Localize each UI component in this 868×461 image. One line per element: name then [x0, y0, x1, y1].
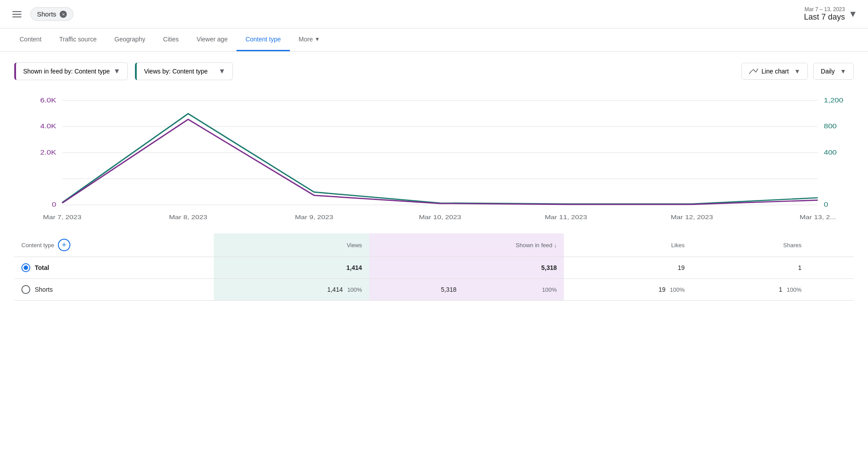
col-header-views: Views	[214, 233, 369, 257]
svg-text:0: 0	[824, 201, 828, 208]
date-dropdown-arrow[interactable]: ▼	[848, 9, 857, 19]
total-shown: 5,318	[369, 257, 564, 279]
add-column-button[interactable]: +	[58, 239, 70, 251]
svg-text:Mar 11, 2023: Mar 11, 2023	[545, 214, 587, 220]
table-row-shorts: Shorts 1,414 100% 5,318 100% 19 100%	[14, 279, 854, 301]
svg-text:0: 0	[52, 201, 57, 208]
chart-svg: 6.0K 4.0K 2.0K 0 1,200 800 400 0 Mar 7, …	[14, 91, 854, 233]
total-row-label: Total	[21, 263, 207, 272]
table-row-total: Total 1,414 5,318 19 1	[14, 257, 854, 279]
more-chevron-icon: ▼	[314, 36, 320, 42]
total-text: Total	[35, 264, 49, 271]
filter-chip[interactable]: Shorts ×	[30, 7, 73, 21]
svg-text:2.0K: 2.0K	[40, 149, 57, 156]
frequency-dropdown[interactable]: Daily ▼	[813, 63, 854, 80]
chart-type-dropdown[interactable]: Line chart ▼	[742, 63, 808, 80]
shown-in-feed-label: Shown in feed by: Content type	[23, 68, 110, 75]
total-radio[interactable]	[21, 263, 30, 272]
controls-right: Line chart ▼ Daily ▼	[742, 63, 854, 80]
tab-more[interactable]: More ▼	[290, 29, 329, 51]
views-by-label: Views by: Content type	[144, 68, 208, 75]
nav-tabs: Content Traffic source Geography Cities …	[0, 29, 868, 52]
shorts-likes: 19 100%	[564, 279, 692, 301]
col-header-content-type: Content type +	[14, 233, 214, 257]
tab-viewer-age[interactable]: Viewer age	[187, 29, 236, 51]
svg-text:1,200: 1,200	[824, 97, 844, 103]
total-shares: 1	[692, 257, 808, 279]
shorts-views: 1,414 100%	[214, 279, 369, 301]
shown-in-feed-header: Shown in feed	[516, 242, 552, 249]
total-views: 1,414	[214, 257, 369, 279]
date-range-top: Mar 7 – 13, 2023	[804, 6, 845, 12]
shorts-label-cell: Shorts	[14, 279, 214, 301]
shorts-text: Shorts	[35, 286, 53, 293]
shorts-radio[interactable]	[21, 285, 30, 294]
svg-text:Mar 7, 2023: Mar 7, 2023	[43, 214, 82, 220]
frequency-label: Daily	[821, 68, 835, 75]
sort-icon[interactable]: ↓	[554, 242, 557, 249]
tab-geography[interactable]: Geography	[106, 29, 154, 51]
data-table: Content type + Views Shown in feed ↓ Lik…	[14, 233, 854, 301]
tab-content-type[interactable]: Content type	[236, 29, 289, 51]
svg-text:800: 800	[824, 123, 837, 130]
shown-in-feed-dropdown[interactable]: Shown in feed by: Content type ▼	[14, 62, 128, 80]
total-label-cell: Total	[14, 257, 214, 279]
tab-content[interactable]: Content	[11, 29, 50, 51]
header-left: Shorts ×	[11, 7, 73, 21]
chip-close-icon: ×	[62, 12, 65, 17]
col-header-shares: Shares	[692, 233, 808, 257]
filter-chip-label: Shorts	[37, 10, 56, 18]
header: Shorts × Mar 7 – 13, 2023 Last 7 days ▼	[0, 0, 868, 29]
views-by-dropdown[interactable]: Views by: Content type ▼	[135, 62, 233, 80]
svg-text:Mar 10, 2023: Mar 10, 2023	[419, 214, 461, 220]
svg-text:6.0K: 6.0K	[40, 97, 57, 103]
date-range-container: Mar 7 – 13, 2023 Last 7 days	[804, 6, 845, 22]
menu-icon[interactable]	[11, 9, 23, 19]
svg-text:400: 400	[824, 149, 837, 156]
shorts-spacer	[809, 279, 854, 301]
svg-text:Mar 13, 2...: Mar 13, 2...	[799, 214, 836, 220]
svg-text:4.0K: 4.0K	[40, 123, 57, 130]
frequency-chevron-icon: ▼	[840, 68, 846, 75]
shorts-shares: 1 100%	[692, 279, 808, 301]
dropdown2-chevron-icon: ▼	[219, 67, 226, 75]
svg-text:Mar 12, 2023: Mar 12, 2023	[671, 214, 713, 220]
chart-type-chevron-icon: ▼	[794, 68, 800, 75]
total-likes: 19	[564, 257, 692, 279]
tab-traffic-source[interactable]: Traffic source	[50, 29, 106, 51]
col-header-shown-in-feed: Shown in feed ↓	[369, 233, 564, 257]
chip-close-button[interactable]: ×	[60, 11, 67, 18]
total-spacer	[809, 257, 854, 279]
total-radio-inner	[24, 265, 28, 270]
shorts-shown: 5,318	[369, 279, 464, 301]
line-chart-icon	[749, 68, 758, 75]
chart-type-label: Line chart	[762, 68, 789, 75]
controls-row: Shown in feed by: Content type ▼ Views b…	[14, 62, 854, 80]
date-range-main: Last 7 days	[804, 12, 845, 22]
svg-text:Mar 9, 2023: Mar 9, 2023	[295, 214, 333, 220]
col-header-likes: Likes	[564, 233, 692, 257]
dropdown1-chevron-icon: ▼	[114, 67, 121, 75]
shorts-shown-pct: 100%	[464, 279, 564, 301]
main-content: Shown in feed by: Content type ▼ Views b…	[0, 52, 868, 311]
col-header-spacer	[809, 233, 854, 257]
svg-text:Mar 8, 2023: Mar 8, 2023	[169, 214, 207, 220]
chart-container: 6.0K 4.0K 2.0K 0 1,200 800 400 0 Mar 7, …	[14, 91, 854, 233]
shorts-row-label: Shorts	[21, 285, 207, 294]
header-right: Mar 7 – 13, 2023 Last 7 days ▼	[804, 6, 857, 22]
tab-cities[interactable]: Cities	[154, 29, 187, 51]
